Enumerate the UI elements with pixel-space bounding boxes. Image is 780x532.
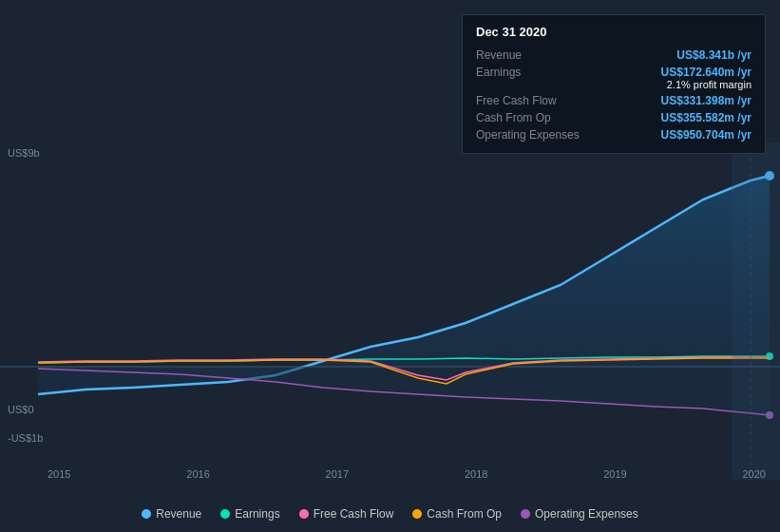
x-label-2018: 2018 <box>465 468 487 480</box>
revenue-label: Revenue <box>476 48 590 62</box>
cashfromop-legend-label: Cash From Op <box>427 507 502 521</box>
x-label-2020: 2020 <box>742 468 765 480</box>
legend-revenue[interactable]: Revenue <box>142 507 201 521</box>
y-label-0: US$0 <box>8 404 34 415</box>
x-label-2016: 2016 <box>186 468 209 480</box>
x-label-2017: 2017 <box>326 468 349 480</box>
cashfromop-dot <box>412 509 422 519</box>
info-card: Dec 31 2020 Revenue US$8.341b /yr Earnin… <box>462 14 766 154</box>
revenue-legend-label: Revenue <box>156 507 201 521</box>
freecashflow-label: Free Cash Flow <box>476 94 590 107</box>
earnings-legend-label: Earnings <box>235 507 279 521</box>
earnings-margin: 2.1% profit margin <box>661 79 751 90</box>
freecashflow-row: Free Cash Flow US$331.398m /yr <box>476 92 751 109</box>
opexpenses-label: Operating Expenses <box>476 128 590 142</box>
earnings-row: Earnings US$172.640m /yr 2.1% profit mar… <box>476 64 751 92</box>
opexpenses-dot <box>521 509 530 519</box>
cashfromop-row: Cash From Op US$355.582m /yr <box>476 109 751 126</box>
freecashflow-value: US$331.398m /yr <box>661 94 751 107</box>
earnings-value: US$172.640m /yr <box>661 66 751 79</box>
legend-earnings[interactable]: Earnings <box>220 507 279 521</box>
opexpenses-row: Operating Expenses US$950.704m /yr <box>476 126 751 143</box>
legend-opexpenses[interactable]: Operating Expenses <box>521 507 638 521</box>
legend-cashfromop[interactable]: Cash From Op <box>412 507 502 521</box>
y-label-neg1b: -US$1b <box>8 432 43 444</box>
info-card-title: Dec 31 2020 <box>476 25 751 39</box>
chart-svg <box>0 142 780 480</box>
freecashflow-dot <box>299 509 309 519</box>
opexpenses-value: US$950.704m /yr <box>661 128 751 142</box>
chart-area <box>0 142 780 480</box>
earnings-label: Earnings <box>476 66 590 79</box>
earnings-dot <box>220 509 230 519</box>
x-label-2015: 2015 <box>48 468 70 480</box>
x-label-2019: 2019 <box>603 468 626 480</box>
legend-freecashflow[interactable]: Free Cash Flow <box>299 507 394 521</box>
revenue-dot <box>142 509 151 519</box>
cashfromop-value: US$355.582m /yr <box>661 111 751 124</box>
revenue-value: US$8.341b /yr <box>676 48 751 62</box>
opexpenses-legend-label: Operating Expenses <box>535 507 638 521</box>
svg-rect-10 <box>732 142 780 480</box>
cashfromop-label: Cash From Op <box>476 111 590 124</box>
revenue-row: Revenue US$8.341b /yr <box>476 47 751 64</box>
freecashflow-legend-label: Free Cash Flow <box>314 507 394 521</box>
chart-legend: Revenue Earnings Free Cash Flow Cash Fro… <box>0 507 780 521</box>
y-label-9b: US$9b <box>8 147 40 159</box>
x-axis: 2015 2016 2017 2018 2019 2020 <box>48 468 766 480</box>
